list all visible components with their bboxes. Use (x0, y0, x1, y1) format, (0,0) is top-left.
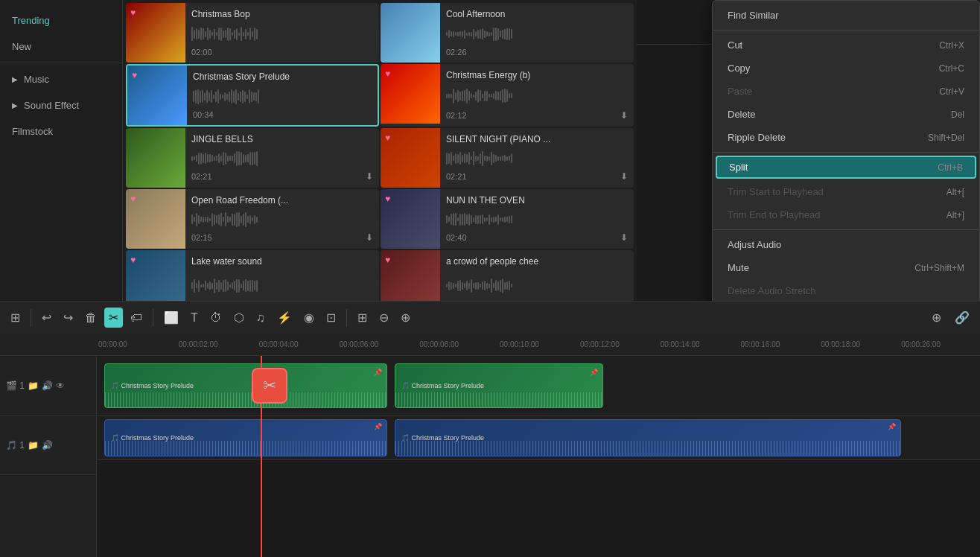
media-title: Lake water sound (191, 256, 373, 268)
media-card-open-road[interactable]: ♥ Open Road Freedom (... 02:15 ⬇ (126, 189, 379, 249)
sidebar-item-sound-effect[interactable]: ▶ Sound Effect (0, 92, 122, 118)
media-thumb: ♥ (381, 250, 440, 301)
media-card-christmas-bop[interactable]: ♥ Christmas Bop 02:00 (126, 3, 379, 63)
volume-track-icon[interactable]: 🔊 (42, 381, 53, 391)
media-duration: 02:21 (446, 172, 467, 181)
menu-item-trim-start: Trim Start to PlayheadAlt+[ (713, 180, 979, 203)
media-title: Cool Afternoon (446, 9, 628, 21)
audio-clip-2[interactable]: 🎵 Christmas Story Prelude 📌 (395, 419, 901, 456)
link-clips-button[interactable]: 🔗 (950, 308, 974, 328)
heart-icon: ♥ (385, 69, 390, 79)
media-footer: 02:12 ⬇ (446, 110, 628, 121)
heart-icon: ♥ (130, 255, 136, 265)
zoom-fit-button[interactable]: ⊞ (353, 308, 372, 328)
menu-item-label: Copy (728, 63, 750, 74)
menu-item-label: Adjust Audio (728, 239, 781, 250)
audio-track-number: 🎵 1 (6, 440, 25, 451)
video-clip-1[interactable]: 🎵 Christmas Story Prelude 📌 (104, 363, 387, 408)
ruler-mark: 00:00:08:00 (418, 340, 498, 348)
media-info: JINGLE BELLS 02:21 ⬇ (185, 128, 379, 188)
menu-item-copy[interactable]: CopyCtrl+C (713, 57, 979, 80)
media-card-lake-water[interactable]: ♥ Lake water sound (126, 250, 379, 301)
menu-shortcut: Alt+] (946, 210, 964, 220)
media-card-christmas-energy[interactable]: ♥ Christmas Energy (b) 02:12 ⬇ (381, 64, 634, 127)
add-track-button[interactable]: ⊕ (927, 308, 946, 328)
menu-item-split[interactable]: SplitCtrl+B (716, 156, 976, 179)
folder-icon[interactable]: 📁 (28, 381, 39, 391)
menu-item-mute[interactable]: MuteCtrl+Shift+M (713, 256, 979, 279)
media-info: Cool Afternoon 02:26 (440, 3, 634, 63)
media-footer: 02:21 ⬇ (446, 171, 628, 182)
media-card-silent-night[interactable]: ♥ SILENT NIGHT (PIANO ... 02:21 ⬇ (381, 128, 634, 188)
menu-item-delete[interactable]: DeleteDel (713, 103, 979, 126)
menu-item-label: Trim Start to Playhead (728, 186, 824, 197)
media-card-christmas-story[interactable]: ♥ Christmas Story Prelude 00:34 (126, 64, 379, 127)
media-duration: 00:34 (193, 110, 214, 119)
add-track-area: ⊕ 🔗 (927, 308, 974, 328)
media-card-jingle-bells[interactable]: JINGLE BELLS 02:21 ⬇ (126, 128, 379, 188)
heart-icon: ♥ (385, 255, 390, 265)
delete-button[interactable]: 🗑 (80, 308, 101, 328)
media-title: Christmas Energy (b) (446, 70, 628, 82)
media-card-cool-afternoon[interactable]: Cool Afternoon 02:26 (381, 3, 634, 63)
audio-volume-icon[interactable]: 🔊 (42, 440, 53, 451)
media-footer: 02:15 ⬇ (191, 232, 373, 243)
speed-button[interactable]: ⚡ (273, 308, 296, 328)
download-icon[interactable]: ⬇ (366, 232, 373, 243)
menu-item-cut[interactable]: CutCtrl+X (713, 34, 979, 57)
menu-separator (713, 229, 979, 230)
music-arrow-icon: ▶ (12, 75, 18, 83)
menu-item-find-similar[interactable]: Find Similar (713, 4, 979, 27)
stabilize-button[interactable]: ◉ (299, 308, 319, 328)
audio-track-icons: 🎵 1 📁 🔊 (6, 440, 53, 451)
crop-button[interactable]: ⊡ (322, 308, 340, 328)
menu-item-ripple-delete[interactable]: Ripple DeleteShift+Del (713, 126, 979, 149)
video-track-row: ✂ 🎵 Christmas Story Prelude 📌 🎵 Christma… (97, 356, 980, 416)
media-info: SILENT NIGHT (PIANO ... 02:21 ⬇ (440, 128, 634, 188)
menu-item-paste: PasteCtrl+V (713, 80, 979, 103)
media-title: Christmas Bop (191, 9, 373, 21)
history-button[interactable]: ⏱ (206, 308, 226, 328)
color-button[interactable]: ⬡ (229, 308, 249, 328)
download-icon[interactable]: ⬇ (620, 232, 628, 243)
ruler-mark: 00:00:14:00 (659, 340, 739, 348)
media-thumb: ♥ (126, 250, 185, 301)
scissors-overlay: ✂ (252, 368, 287, 404)
download-icon[interactable]: ⬇ (620, 110, 628, 121)
download-icon[interactable]: ⬇ (366, 171, 373, 182)
sidebar-item-trending[interactable]: Trending (0, 7, 122, 34)
audio-clip-2-pin: 📌 (888, 423, 896, 430)
sidebar-item-new[interactable]: New (0, 34, 122, 60)
text-button[interactable]: T (186, 308, 203, 328)
audio-folder-icon[interactable]: 📁 (28, 440, 39, 451)
tag-button[interactable]: 🏷 (126, 308, 147, 328)
heart-icon: ♥ (132, 70, 137, 80)
audio-button[interactable]: ♫ (252, 308, 270, 328)
waveform-bars (191, 268, 373, 301)
waveform-bars (446, 146, 628, 171)
grid-button[interactable]: ⊞ (6, 308, 25, 328)
media-thumb: ♥ (381, 189, 440, 249)
eye-icon[interactable]: 👁 (56, 381, 65, 391)
menu-shortcut: Alt+[ (946, 187, 964, 197)
transform-button[interactable]: ⬜ (159, 308, 183, 328)
sound-effect-arrow-icon: ▶ (12, 101, 18, 109)
zoom-out-button[interactable]: ⊖ (375, 308, 393, 328)
sidebar-item-music[interactable]: ▶ Music (0, 66, 122, 92)
sidebar-item-filmstock[interactable]: Filmstock (0, 118, 122, 144)
media-title: JINGLE BELLS (191, 134, 373, 146)
media-card-nun-oven[interactable]: ♥ NUN IN THE OVEN 02:40 ⬇ (381, 189, 634, 249)
audio-clip-1[interactable]: 🎵 Christmas Story Prelude 📌 (104, 419, 387, 456)
redo-button[interactable]: ↪ (59, 308, 77, 328)
waveform-bars (446, 82, 628, 110)
undo-button[interactable]: ↩ (37, 308, 56, 328)
video-clip-2[interactable]: 🎵 Christmas Story Prelude 📌 (395, 363, 603, 408)
media-duration: 02:15 (191, 233, 212, 242)
media-card-crowd[interactable]: ♥ a crowd of people chee (381, 250, 634, 301)
cut-button[interactable]: ✂ (104, 308, 123, 328)
menu-shortcut: Ctrl+V (939, 86, 964, 97)
menu-item-adjust-audio[interactable]: Adjust Audio (713, 233, 979, 256)
clip-2-title: 🎵 Christmas Story Prelude (401, 382, 484, 389)
zoom-in-button[interactable]: ⊕ (396, 308, 415, 328)
download-icon[interactable]: ⬇ (620, 171, 628, 182)
